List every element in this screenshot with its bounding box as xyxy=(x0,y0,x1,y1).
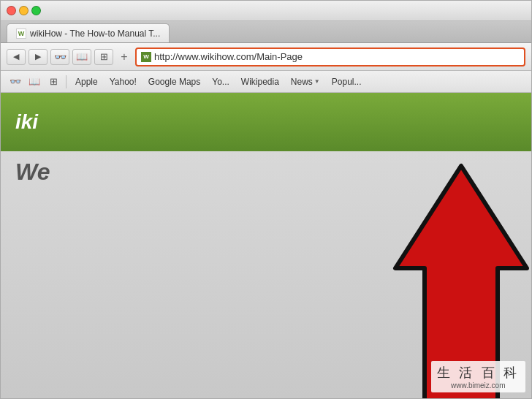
tab-bar: W wikiHow - The How-to Manual T... xyxy=(1,21,531,43)
watermark: 生 活 百 科 www.bimeiz.com xyxy=(431,361,526,392)
window-controls xyxy=(7,6,41,15)
plus-icon: + xyxy=(121,50,127,64)
minimize-button[interactable] xyxy=(19,6,28,15)
address-bar[interactable]: W xyxy=(135,48,525,66)
content-area: iki We 生 活 百 科 www.bimeiz.com xyxy=(1,93,531,398)
forward-button[interactable]: ▶ xyxy=(28,49,48,65)
wikihow-logo: iki xyxy=(15,110,38,134)
address-favicon-icon: W xyxy=(141,52,151,62)
bookmark-apple[interactable]: Apple xyxy=(70,75,103,88)
watermark-url: www.bimeiz.com xyxy=(451,381,505,390)
nav-bar: ◀ ▶ 👓 📖 ⊞ + W xyxy=(1,43,531,71)
title-bar xyxy=(1,1,531,21)
back-button[interactable]: ◀ xyxy=(7,49,26,65)
welcome-text: We xyxy=(15,159,50,186)
bookmarks-icon: 📖 xyxy=(76,51,88,62)
active-tab[interactable]: W wikiHow - The How-to Manual T... xyxy=(7,23,170,42)
bookmarks-list-button[interactable]: 📖 xyxy=(72,49,91,65)
maximize-button[interactable] xyxy=(31,6,41,15)
bookmark-popular[interactable]: Popul... xyxy=(327,75,367,88)
tab-favicon-icon: W xyxy=(16,28,26,39)
close-button[interactable] xyxy=(7,6,16,15)
bookmark-google-maps[interactable]: Google Maps xyxy=(143,75,205,88)
reader-icon: 👓 xyxy=(54,51,66,63)
tab-label: wikiHow - The How-to Manual T... xyxy=(30,28,160,39)
bookmark-yahoo[interactable]: Yahoo! xyxy=(104,75,142,88)
bookmark-news[interactable]: News ▼ xyxy=(286,75,325,88)
bookmarks-bar: 👓 📖 ⊞ Apple Yahoo! Google Maps Yo... Wik… xyxy=(1,71,531,93)
watermark-chinese-text: 生 活 百 科 xyxy=(437,364,520,381)
grid-button[interactable]: ⊞ xyxy=(94,49,113,65)
reader-mode-button[interactable]: 👓 xyxy=(50,49,69,65)
back-icon: ◀ xyxy=(13,52,19,61)
news-dropdown-arrow: ▼ xyxy=(314,78,320,85)
bookmark-youtube[interactable]: Yo... xyxy=(207,75,235,88)
bookmark-wikipedia[interactable]: Wikipedia xyxy=(236,75,284,88)
bookmarks-icon-1[interactable]: 👓 xyxy=(7,74,24,90)
wikihow-header: iki xyxy=(1,93,531,151)
bookmarks-icon-3[interactable]: ⊞ xyxy=(45,74,62,90)
bookmarks-icon-2[interactable]: 📖 xyxy=(26,74,43,90)
bookmarks-separator xyxy=(66,75,66,88)
add-tab-button[interactable]: + xyxy=(116,49,132,65)
forward-icon: ▶ xyxy=(35,52,41,61)
webpage: iki We 生 活 百 科 www.bimeiz.com xyxy=(1,93,531,398)
grid-icon: ⊞ xyxy=(100,51,108,62)
browser-window: W wikiHow - The How-to Manual T... ◀ ▶ 👓… xyxy=(0,0,532,399)
address-input[interactable] xyxy=(154,51,520,62)
